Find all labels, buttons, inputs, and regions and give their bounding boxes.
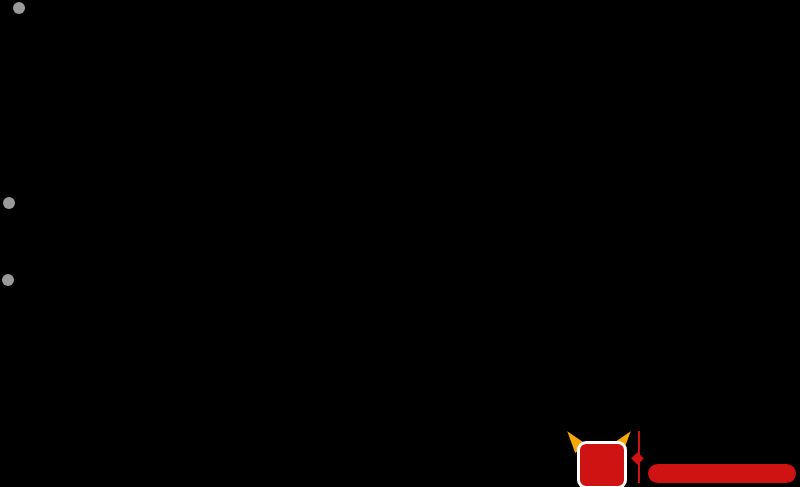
- chart-canvas[interactable]: [0, 0, 800, 487]
- logo-box: [577, 441, 627, 487]
- watermark: [552, 423, 798, 487]
- collapse-chevron-icon[interactable]: [3, 197, 15, 209]
- collapse-chevron-icon[interactable]: [13, 2, 25, 14]
- panel1-header: [4, 2, 34, 14]
- panel2-header: [3, 197, 24, 209]
- panel3-header: [2, 274, 21, 286]
- watermark-url-pill: [648, 464, 796, 483]
- collapse-chevron-icon[interactable]: [2, 274, 14, 286]
- bull-logo: [570, 435, 628, 483]
- diamond-icon: [631, 452, 644, 465]
- stock-app-window: [0, 0, 800, 487]
